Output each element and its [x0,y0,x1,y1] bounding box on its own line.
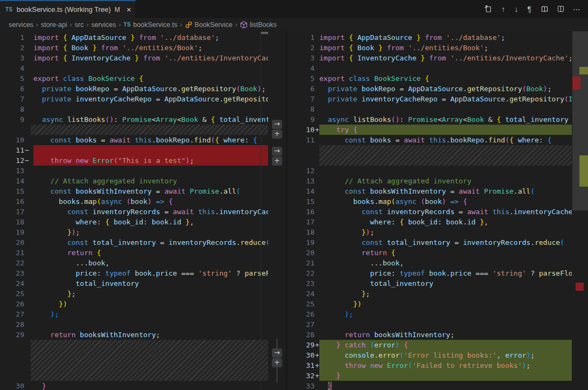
revert-block-button[interactable]: → [272,147,282,156]
code-line-3[interactable]: 3import { InventoryCache } from '../enti… [288,53,588,63]
code-line-16[interactable]: 16 const inventoryRecords = await this.i… [288,207,588,217]
code-line-14[interactable]: 14 const booksWithInventory = await Prom… [288,186,588,196]
left-scrollbar-thumb[interactable] [261,32,268,34]
code-line-9[interactable]: 9 async listBooks(): Promise<Array<Book … [0,114,286,125]
more-actions-icon[interactable]: ⋯ [573,5,580,13]
line-number: 2 [0,43,24,53]
code-line-19[interactable]: 19 }); [0,227,286,237]
code-line-3[interactable]: 3import { InventoryCache } from '../enti… [0,53,286,63]
code-line-24[interactable]: 24 }; [288,289,588,299]
tab-bookservice[interactable]: TS bookService.ts (Working Tree) M × [0,0,136,18]
breadcrumb-services-2[interactable]: services [91,21,116,29]
code-line-23[interactable]: 23 total_inventory [288,278,588,289]
breadcrumb-src[interactable]: src [74,21,84,29]
code-line-20[interactable]: 20 const total_inventory = inventoryReco… [0,237,286,248]
code-line-2[interactable]: 2import { Book } from '../entities/Book'… [288,43,588,53]
stage-block-button[interactable]: + [272,156,282,166]
breadcrumb-services[interactable]: services [9,21,33,29]
previous-change-icon[interactable]: ↑ [501,5,505,13]
breadcrumb-method-listbooks[interactable]: listBooks [240,21,277,29]
code-line-15[interactable]: 15 books.map(async (book) => { [288,196,588,207]
code-line-11[interactable]: 11− [0,145,286,155]
breadcrumb-class-bookservice[interactable]: BookService [185,21,233,29]
code-line-1[interactable]: 1import { AppDataSource } from '../datab… [288,32,588,43]
code-line-26[interactable]: 26 }) [0,299,286,309]
code-line-22[interactable]: 22 ...book, [0,258,286,268]
close-icon[interactable]: × [125,5,133,14]
code-line-33[interactable]: 33 } [288,381,588,390]
code-line-2[interactable]: 2import { Book } from '../entities/Book'… [0,43,286,53]
code-line-4[interactable]: 4 [288,63,588,73]
diff-sign [314,278,319,289]
code-line-13[interactable]: 13 [0,166,286,176]
code-line-14[interactable]: 14 // Attach aggregated inventory [0,176,286,186]
code-text: ); [319,309,572,319]
stage-block-button[interactable]: + [272,358,282,367]
line-number: 28 [288,330,314,340]
code-line-17[interactable]: 17 where: { book_id: book.id }, [288,217,588,227]
code-line-7[interactable]: 7 private inventoryCacheRepo = AppDataSo… [288,94,588,104]
code-line-27[interactable]: 27 ); [0,309,286,319]
code-text: return { [319,248,572,258]
code-line-11[interactable]: 11 const books = await this.bookRepo.fin… [288,135,588,145]
code-line-17[interactable]: 17 const inventoryRecords = await this.i… [0,207,286,217]
code-line-15[interactable]: 15 const booksWithInventory = await Prom… [0,186,286,196]
split-editor-icon[interactable] [558,6,564,12]
code-text: try { [319,125,572,135]
code-line-7[interactable]: 7 private inventoryCacheRepo = AppDataSo… [0,94,286,104]
open-file-icon[interactable] [484,5,492,13]
code-line-26[interactable]: 26 ); [288,309,588,319]
revert-block-button[interactable]: → [272,120,282,129]
revert-block-button[interactable]: → [272,348,282,358]
code-line-20[interactable]: 20 return { [288,248,588,258]
next-change-icon[interactable]: ↓ [514,5,518,13]
code-line-5[interactable]: 5export class BookService { [0,73,286,84]
code-line-22[interactable]: 22 price: typeof book.price === 'string'… [288,268,588,278]
code-line-18[interactable]: 18 }); [288,227,588,237]
code-line-32[interactable]: 32+ } [288,371,588,381]
line-number: 10 [0,135,24,145]
code-line-30[interactable]: 30+ console.error('Error listing books:'… [288,350,588,360]
code-line-19[interactable]: 19 const total_inventory = inventoryReco… [288,237,588,248]
code-line-29[interactable]: 29 return booksWithInventory; [0,330,286,340]
code-line-24[interactable]: 24 total_inventory [0,278,286,289]
stage-block-button[interactable]: + [272,129,282,139]
ruler-removed-marker [572,77,580,90]
code-line-30[interactable]: 30 } [0,381,286,390]
code-line-28[interactable]: 28 return booksWithInventory; [288,330,588,340]
code-line-5[interactable]: 5export class BookService { [288,73,588,84]
code-line-10[interactable]: 10 const books = await this.bookRepo.fin… [0,135,286,145]
code-line-25[interactable]: 25 }) [288,299,588,309]
code-line-29[interactable]: 29+ } catch (error) { [288,340,588,350]
book-icon[interactable] [541,5,549,13]
line-number: 17 [288,217,314,227]
code-line-21[interactable]: 21 return { [0,248,286,258]
breadcrumb-file[interactable]: TS bookService.ts [124,21,177,29]
code-line-8[interactable]: 8 [0,104,286,114]
code-line-8[interactable]: 8 [288,104,588,114]
code-line-16[interactable]: 16 books.map(async (book) => { [0,196,286,207]
code-line-31[interactable]: 31+ throw new Error('Failed to retrieve … [288,360,588,371]
code-line-10[interactable]: 10+ try { [288,125,588,135]
code-line-13[interactable]: 13 // Attach aggregated inventory [288,176,588,186]
code-line-6[interactable]: 6 private bookRepo = AppDataSource.getRe… [288,84,588,94]
diff-sign [314,32,319,43]
code-line-9[interactable]: 9 async listBooks(): Promise<Array<Book … [288,114,588,125]
whitespace-toggle-icon[interactable]: ¶ [527,5,531,13]
diff-sign [24,381,31,390]
code-line-25[interactable]: 25 }; [0,289,286,299]
code-line-1[interactable]: 1import { AppDataSource } from '../datab… [0,32,286,43]
code-line-12[interactable]: 12− throw new Error("This is a test"); [0,155,286,166]
diff-sign: − [24,145,31,155]
code-line-12[interactable]: 12 [288,166,588,176]
line-number: 3 [0,53,24,63]
code-line-4[interactable]: 4 [0,63,286,73]
breadcrumb-store-api[interactable]: store-api [41,21,67,29]
code-line-27[interactable]: 27 [288,319,588,330]
code-line-18[interactable]: 18 where: { book_id: book.id }, [0,217,286,227]
code-line-28[interactable]: 28 [0,319,286,330]
code-line-21[interactable]: 21 ...book, [288,258,588,268]
diff-sign [314,319,319,330]
code-line-23[interactable]: 23 price: typeof book.price === 'string'… [0,268,286,278]
code-line-6[interactable]: 6 private bookRepo = AppDataSource.getRe… [0,84,286,94]
